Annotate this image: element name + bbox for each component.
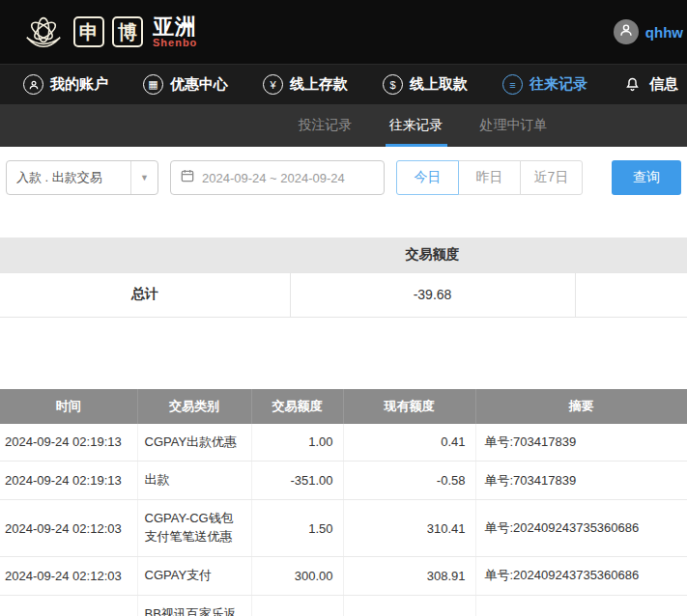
tab-transaction-records[interactable]: 往来记录 xyxy=(378,104,455,147)
cell-time: 2024-09-24 02:19:13 xyxy=(0,424,137,462)
cell-time: 2024-09-24 02:12:03 xyxy=(0,500,137,557)
tab-betting-records[interactable]: 投注记录 xyxy=(287,104,364,147)
col-header-amount: 交易额度 xyxy=(251,389,343,424)
filter-bar: 入款 . 出款交易 ▼ 2024-09-24 ~ 2024-09-24 今日 昨… xyxy=(0,147,687,207)
date-range-input[interactable]: 2024-09-24 ~ 2024-09-24 xyxy=(170,160,385,195)
search-button[interactable]: 查询 xyxy=(612,160,681,195)
tab-processing-orders[interactable]: 处理中订单 xyxy=(469,104,559,147)
brand-text: 亚洲 Shenbo xyxy=(153,15,197,49)
cell-type: CGPAY出款优惠 xyxy=(137,424,251,462)
nav-label: 我的账户 xyxy=(50,75,108,94)
top-bar: 申 博 亚洲 Shenbo qhhw xyxy=(0,0,687,64)
cell-amount: 300.00 xyxy=(251,556,343,595)
user-icon xyxy=(23,74,43,95)
cell-type: BB视讯百家乐返点 xyxy=(137,595,251,616)
page: 申 博 亚洲 Shenbo qhhw xyxy=(0,0,687,616)
nav-label: 往来记录 xyxy=(530,75,587,94)
lotus-flower-icon xyxy=(21,10,66,54)
transaction-type-select[interactable]: 入款 . 出款交易 ▼ xyxy=(6,160,158,195)
cell-summary: 单号:202409243735360686 xyxy=(475,500,687,557)
total-label: 总计 xyxy=(0,272,290,317)
cell-summary: 单号:202409243735360686 xyxy=(475,556,687,595)
chevron-down-icon: ▼ xyxy=(130,161,157,194)
sub-nav: 投注记录 往来记录 处理中订单 xyxy=(0,104,687,147)
select-value: 入款 . 出款交易 xyxy=(7,169,130,186)
cell-amount: 1.00 xyxy=(251,424,343,462)
withdraw-dollar-icon: $ xyxy=(383,74,403,95)
username[interactable]: qhhw xyxy=(645,24,683,41)
cell-time: 2024-09-24 02:12:03 xyxy=(0,556,137,595)
table-row: 2024-09-24 02:12:03 CGPAY-CG钱包支付笔笔送优惠 1.… xyxy=(0,500,687,557)
logo-region: 亚洲 xyxy=(153,15,197,38)
cell-balance: -0.58 xyxy=(343,462,475,500)
nav-label: 线上存款 xyxy=(290,75,348,94)
col-header-time: 时间 xyxy=(0,389,137,424)
cell-summary: 单号:703417839 xyxy=(475,462,687,500)
logo-subtitle: Shenbo xyxy=(153,38,197,49)
bell-icon xyxy=(622,74,643,95)
cell-balance: 308.91 xyxy=(343,556,475,595)
cell-type: CGPAY-CG钱包支付笔笔送优惠 xyxy=(137,500,251,557)
summary-header-row: 交易额度 xyxy=(0,238,687,272)
cell-type: CGPAY支付 xyxy=(137,556,251,595)
nav-label: 优惠中心 xyxy=(170,75,228,94)
quick-filter-group: 今日 昨日 近7日 xyxy=(396,160,583,195)
avatar[interactable] xyxy=(614,19,639,44)
deposit-yuan-icon: ¥ xyxy=(263,74,283,95)
col-header-type: 交易类别 xyxy=(137,389,251,424)
person-icon xyxy=(618,22,634,42)
logo-char-bo: 博 xyxy=(112,16,143,47)
nav-item-online-deposit[interactable]: ¥ 线上存款 xyxy=(263,74,348,95)
cell-amount: 1.50 xyxy=(251,500,343,557)
cell-type: 出款 xyxy=(137,462,251,500)
col-header-summary: 摘要 xyxy=(475,389,687,424)
summary-header-empty xyxy=(0,238,290,272)
records-table: 时间 交易类别 交易额度 现有额度 摘要 2024-09-24 02:19:13… xyxy=(0,389,687,616)
summary-header-empty xyxy=(575,238,687,272)
total-value: -39.68 xyxy=(290,272,575,317)
cell-balance: 8.91 xyxy=(343,595,475,616)
nav-item-my-account[interactable]: 我的账户 xyxy=(23,74,108,95)
cell-time: 2024-09-24 02:19:13 xyxy=(0,462,137,500)
records-section: 时间 交易类别 交易额度 现有额度 摘要 2024-09-24 02:19:13… xyxy=(0,389,687,616)
summary-total-row: 总计 -39.68 xyxy=(0,272,687,317)
nav-item-transaction-records[interactable]: ≡ 往来记录 xyxy=(502,74,587,95)
date-range-value: 2024-09-24 ~ 2024-09-24 xyxy=(202,171,345,185)
nav-label: 信息 xyxy=(649,75,678,94)
table-row: 2024-09-24 02:19:13 出款 -351.00 -0.58 单号:… xyxy=(0,462,687,500)
records-icon: ≡ xyxy=(502,74,523,95)
quick-filter-yesterday[interactable]: 昨日 xyxy=(458,160,521,195)
table-row: 2024-09-24 02:12:03 CGPAY支付 300.00 308.9… xyxy=(0,556,687,595)
calendar-icon xyxy=(180,168,195,187)
cell-summary: 系统派发_2024-09-23 xyxy=(475,595,687,616)
grid-icon: ▦ xyxy=(143,74,163,95)
quick-filter-today[interactable]: 今日 xyxy=(396,160,459,195)
cell-amount: 8.82 xyxy=(251,595,343,616)
table-row: 2024-09-24 02:03:59 BB视讯百家乐返点 8.82 8.91 … xyxy=(0,595,687,616)
cell-amount: -351.00 xyxy=(251,462,343,500)
cell-balance: 0.41 xyxy=(343,424,475,462)
user-account[interactable]: qhhw xyxy=(614,19,683,44)
logo-char-shen: 申 xyxy=(73,16,104,47)
nav-item-messages[interactable]: 信息 xyxy=(622,74,678,95)
quick-filter-last-7-days[interactable]: 近7日 xyxy=(520,160,583,195)
summary-section: 交易额度 总计 -39.68 xyxy=(0,238,687,318)
summary-table: 交易额度 总计 -39.68 xyxy=(0,238,687,318)
summary-empty-cell xyxy=(575,272,687,317)
main-nav: 我的账户 ▦ 优惠中心 ¥ 线上存款 $ 线上取款 ≡ 往来记录 信息 xyxy=(0,64,687,104)
cell-time: 2024-09-24 02:03:59 xyxy=(0,595,137,616)
nav-label: 线上取款 xyxy=(410,75,468,94)
table-header-row: 时间 交易类别 交易额度 现有额度 摘要 xyxy=(0,389,687,424)
table-row: 2024-09-24 02:19:13 CGPAY出款优惠 1.00 0.41 … xyxy=(0,424,687,462)
nav-item-promotions[interactable]: ▦ 优惠中心 xyxy=(143,74,228,95)
logo: 申 博 亚洲 Shenbo xyxy=(21,10,197,54)
nav-item-online-withdrawal[interactable]: $ 线上取款 xyxy=(383,74,468,95)
summary-header-amount: 交易额度 xyxy=(290,238,575,272)
col-header-balance: 现有额度 xyxy=(343,389,475,424)
cell-balance: 310.41 xyxy=(343,500,475,557)
cell-summary: 单号:703417839 xyxy=(475,424,687,462)
